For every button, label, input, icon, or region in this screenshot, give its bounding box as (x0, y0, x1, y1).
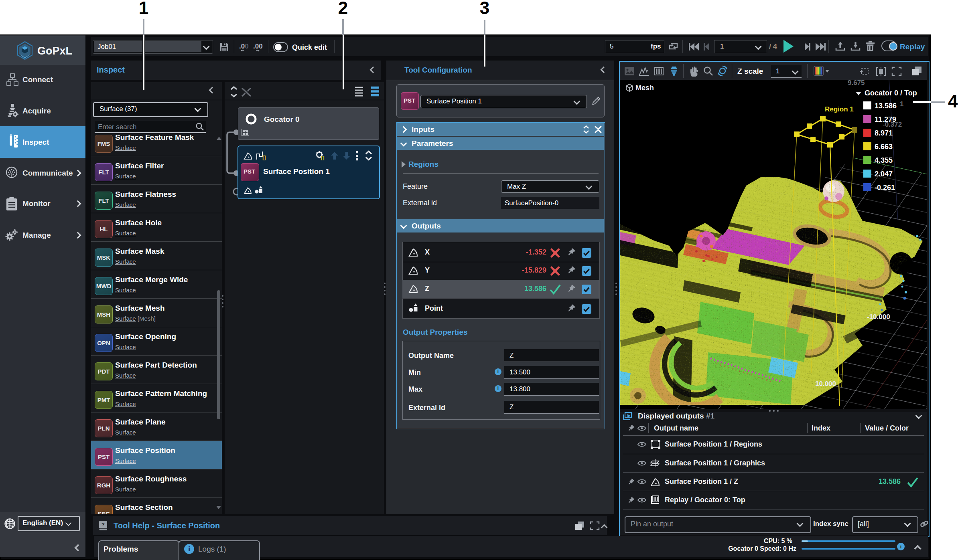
svg-text:-10.000: -10.000 (867, 313, 890, 321)
svg-text:[]: [] (262, 154, 266, 160)
svg-text:1: 1 (900, 100, 903, 108)
svg-text:[]: [] (321, 155, 325, 160)
svg-text:10.000: 10.000 (815, 380, 836, 388)
svg-text:?: ? (101, 522, 105, 528)
svg-text:9.675: 9.675 (848, 80, 865, 87)
svg-text:Region 1: Region 1 (825, 105, 854, 113)
